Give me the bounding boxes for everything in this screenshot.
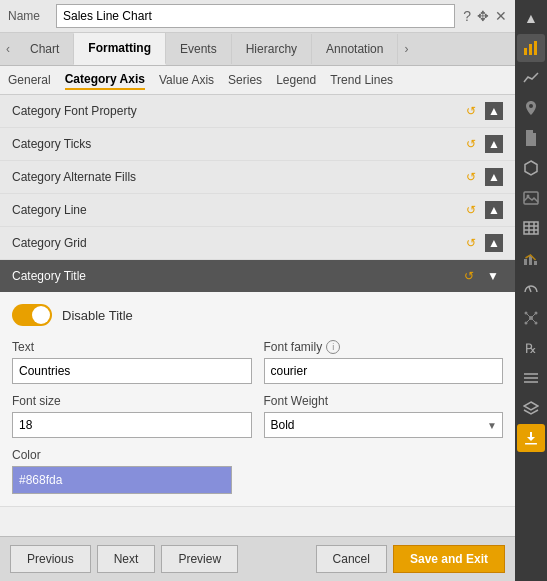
line-refresh-icon[interactable]: ↺ bbox=[461, 200, 481, 220]
font-family-input[interactable] bbox=[264, 358, 504, 384]
title-refresh-icon[interactable]: ↺ bbox=[459, 266, 479, 286]
font-size-weight-row: Font size Font Weight Bold Normal Italic bbox=[12, 394, 503, 438]
previous-button[interactable]: Previous bbox=[10, 545, 91, 573]
accordion-title: Category Title ↺ ▼ Disable Title bbox=[0, 260, 515, 507]
font-weight-select[interactable]: Bold Normal Italic bbox=[264, 412, 504, 438]
font-family-group: Font family i bbox=[264, 340, 504, 384]
sidebar-scroll-up-icon[interactable]: ▲ bbox=[517, 4, 545, 32]
ticks-controls: ↺ ▲ bbox=[461, 134, 503, 154]
tabs-next-arrow[interactable]: › bbox=[398, 34, 414, 64]
svg-marker-27 bbox=[524, 402, 538, 410]
font-weight-select-wrapper: Bold Normal Italic bbox=[264, 412, 504, 438]
sidebar-hexagon-icon[interactable] bbox=[517, 154, 545, 182]
alternate-fills-refresh-icon[interactable]: ↺ bbox=[461, 167, 481, 187]
text-font-family-row: Text Font family i bbox=[12, 340, 503, 384]
accordion-ticks: Category Ticks ↺ ▲ bbox=[0, 128, 515, 161]
accordion-alternate-fills-header[interactable]: Category Alternate Fills ↺ ▲ bbox=[0, 161, 515, 193]
tabs: ‹ Chart Formatting Events Hierarchy Anno… bbox=[0, 33, 515, 66]
svg-rect-0 bbox=[524, 48, 527, 55]
ticks-collapse-icon[interactable]: ▲ bbox=[485, 135, 503, 153]
sidebar-bar-chart-icon[interactable] bbox=[517, 34, 545, 62]
alternate-fills-collapse-icon[interactable]: ▲ bbox=[485, 168, 503, 186]
line-collapse-icon[interactable]: ▲ bbox=[485, 201, 503, 219]
accordion-alternate-fills: Category Alternate Fills ↺ ▲ bbox=[0, 161, 515, 194]
svg-marker-3 bbox=[525, 161, 537, 175]
svg-rect-12 bbox=[529, 256, 532, 265]
svg-line-22 bbox=[527, 319, 530, 322]
title-expand-icon[interactable]: ▼ bbox=[483, 266, 503, 286]
accordion: Category Font Property ↺ ▲ Category Tick… bbox=[0, 95, 515, 507]
color-label: Color bbox=[12, 448, 503, 462]
accordion-font-property: Category Font Property ↺ ▲ bbox=[0, 95, 515, 128]
text-input[interactable] bbox=[12, 358, 252, 384]
sidebar-download-icon[interactable] bbox=[517, 424, 545, 452]
subtab-value-axis[interactable]: Value Axis bbox=[159, 71, 214, 89]
close-icon[interactable]: ✕ bbox=[495, 8, 507, 24]
grid-refresh-icon[interactable]: ↺ bbox=[461, 233, 481, 253]
subtab-trend-lines[interactable]: Trend Lines bbox=[330, 71, 393, 89]
accordion-font-property-title: Category Font Property bbox=[12, 104, 137, 118]
color-input[interactable] bbox=[12, 466, 232, 494]
tab-formatting[interactable]: Formatting bbox=[74, 33, 166, 65]
tabs-prev-arrow[interactable]: ‹ bbox=[0, 34, 16, 64]
svg-line-14 bbox=[529, 287, 531, 292]
title-input[interactable] bbox=[56, 4, 455, 28]
accordion-line-header[interactable]: Category Line ↺ ▲ bbox=[0, 194, 515, 226]
cancel-button[interactable]: Cancel bbox=[316, 545, 387, 573]
tab-chart[interactable]: Chart bbox=[16, 34, 74, 64]
sidebar-map-icon[interactable] bbox=[517, 94, 545, 122]
font-size-group: Font size bbox=[12, 394, 252, 438]
color-group: Color bbox=[12, 448, 503, 494]
sidebar-combo-chart-icon[interactable] bbox=[517, 244, 545, 272]
sidebar-line-chart-icon[interactable] bbox=[517, 64, 545, 92]
subtab-series[interactable]: Series bbox=[228, 71, 262, 89]
sidebar-document-icon[interactable] bbox=[517, 124, 545, 152]
font-weight-group: Font Weight Bold Normal Italic bbox=[264, 394, 504, 438]
accordion-line: Category Line ↺ ▲ bbox=[0, 194, 515, 227]
svg-line-20 bbox=[527, 314, 530, 317]
accordion-font-property-header[interactable]: Category Font Property ↺ ▲ bbox=[0, 95, 515, 127]
svg-rect-6 bbox=[524, 222, 538, 234]
disable-title-label: Disable Title bbox=[62, 308, 133, 323]
accordion-title-header[interactable]: Category Title ↺ ▼ bbox=[0, 260, 515, 292]
tab-events[interactable]: Events bbox=[166, 34, 232, 64]
save-exit-button[interactable]: Save and Exit bbox=[393, 545, 505, 573]
font-family-info-icon[interactable]: i bbox=[326, 340, 340, 354]
grid-collapse-icon[interactable]: ▲ bbox=[485, 234, 503, 252]
ticks-refresh-icon[interactable]: ↺ bbox=[461, 134, 481, 154]
subtab-legend[interactable]: Legend bbox=[276, 71, 316, 89]
tab-annotation[interactable]: Annotation bbox=[312, 34, 398, 64]
svg-rect-11 bbox=[524, 259, 527, 265]
sidebar-image-icon[interactable] bbox=[517, 184, 545, 212]
text-group: Text bbox=[12, 340, 252, 384]
header: Name ? ✥ ✕ bbox=[0, 0, 515, 33]
move-icon[interactable]: ✥ bbox=[477, 8, 489, 24]
accordion-ticks-header[interactable]: Category Ticks ↺ ▲ bbox=[0, 128, 515, 160]
tab-hierarchy[interactable]: Hierarchy bbox=[232, 34, 312, 64]
accordion-grid: Category Grid ↺ ▲ bbox=[0, 227, 515, 260]
font-size-input[interactable] bbox=[12, 412, 252, 438]
disable-title-toggle[interactable] bbox=[12, 304, 52, 326]
svg-rect-13 bbox=[534, 261, 537, 265]
accordion-line-title: Category Line bbox=[12, 203, 87, 217]
sidebar-rx-icon[interactable]: ℞ bbox=[517, 334, 545, 362]
svg-line-23 bbox=[532, 319, 535, 322]
preview-button[interactable]: Preview bbox=[161, 545, 238, 573]
accordion-container: Category Font Property ↺ ▲ Category Tick… bbox=[0, 95, 515, 536]
sidebar-gauge-icon[interactable] bbox=[517, 274, 545, 302]
font-property-refresh-icon[interactable]: ↺ bbox=[461, 101, 481, 121]
subtab-category-axis[interactable]: Category Axis bbox=[65, 70, 145, 90]
font-property-controls: ↺ ▲ bbox=[461, 101, 503, 121]
font-property-collapse-icon[interactable]: ▲ bbox=[485, 102, 503, 120]
help-icon[interactable]: ? bbox=[463, 8, 471, 24]
sidebar-network-icon[interactable] bbox=[517, 304, 545, 332]
sidebar-table-icon[interactable] bbox=[517, 214, 545, 242]
next-button[interactable]: Next bbox=[97, 545, 156, 573]
grid-controls: ↺ ▲ bbox=[461, 233, 503, 253]
subtab-general[interactable]: General bbox=[8, 71, 51, 89]
sidebar-list-icon[interactable] bbox=[517, 364, 545, 392]
alternate-fills-controls: ↺ ▲ bbox=[461, 167, 503, 187]
accordion-grid-header[interactable]: Category Grid ↺ ▲ bbox=[0, 227, 515, 259]
sidebar-layers-icon[interactable] bbox=[517, 394, 545, 422]
header-icons: ? ✥ ✕ bbox=[463, 8, 507, 24]
